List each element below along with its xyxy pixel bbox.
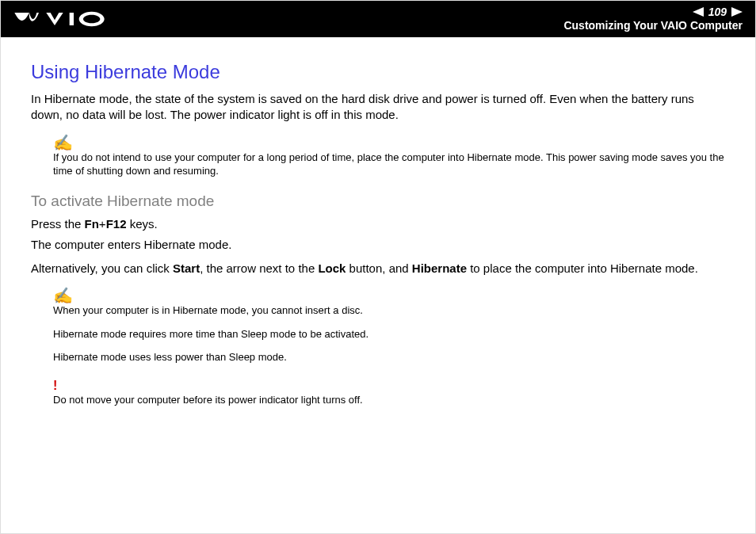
press-plus: + bbox=[99, 217, 106, 231]
alt-start: Start bbox=[173, 261, 200, 275]
note-text-1: If you do not intend to use your compute… bbox=[53, 151, 725, 178]
note-block-1: ✍ If you do not intend to use your compu… bbox=[53, 135, 725, 178]
svg-marker-2 bbox=[731, 7, 743, 17]
page-title: Using Hibernate Mode bbox=[31, 61, 725, 83]
enters-line: The computer enters Hibernate mode. bbox=[31, 237, 725, 253]
svg-marker-1 bbox=[693, 7, 704, 17]
pencil-note-icon: ✍ bbox=[53, 288, 725, 303]
pencil-note-icon: ✍ bbox=[53, 135, 725, 151]
warning-block: ! Do not move your computer before its p… bbox=[53, 379, 725, 407]
alt-prefix: Alternatively, you can click bbox=[31, 261, 173, 275]
note-text-2b: Hibernate mode requires more time than S… bbox=[53, 327, 725, 341]
press-key-fn: Fn bbox=[85, 217, 99, 231]
note-text-2c: Hibernate mode uses less power than Slee… bbox=[53, 350, 725, 364]
breadcrumb: Customizing Your VAIO Computer bbox=[563, 20, 743, 32]
press-suffix: keys. bbox=[126, 217, 157, 231]
page-number: 109 bbox=[708, 6, 727, 18]
press-prefix: Press the bbox=[31, 217, 85, 231]
next-page-arrow-icon[interactable] bbox=[731, 7, 743, 17]
press-line: Press the Fn+F12 keys. bbox=[31, 216, 725, 232]
subheading: To activate Hibernate mode bbox=[31, 193, 725, 210]
alternative-line: Alternatively, you can click Start, the … bbox=[31, 261, 725, 277]
note-block-2: ✍ When your computer is in Hibernate mod… bbox=[53, 288, 725, 364]
press-key-f12: F12 bbox=[106, 217, 127, 231]
svg-rect-0 bbox=[70, 13, 74, 25]
warning-text: Do not move your computer before its pow… bbox=[53, 393, 725, 407]
prev-page-arrow-icon[interactable] bbox=[693, 7, 704, 17]
header-right: 109 Customizing Your VAIO Computer bbox=[563, 6, 743, 32]
alt-mid2: button, and bbox=[346, 261, 411, 275]
content: Using Hibernate Mode In Hibernate mode, … bbox=[1, 37, 755, 407]
alt-lock: Lock bbox=[318, 261, 346, 275]
alt-mid1: , the arrow next to the bbox=[200, 261, 318, 275]
alt-suffix: to place the computer into Hibernate mod… bbox=[467, 261, 698, 275]
page-nav: 109 bbox=[563, 6, 743, 18]
vaio-logo bbox=[13, 10, 109, 28]
page: 109 Customizing Your VAIO Computer Using… bbox=[0, 0, 756, 534]
note-text-2a: When your computer is in Hibernate mode,… bbox=[53, 303, 725, 318]
alt-hibernate: Hibernate bbox=[412, 261, 467, 275]
intro-paragraph: In Hibernate mode, the state of the syst… bbox=[31, 91, 725, 124]
header-bar: 109 Customizing Your VAIO Computer bbox=[1, 1, 755, 37]
warning-icon: ! bbox=[53, 379, 725, 393]
